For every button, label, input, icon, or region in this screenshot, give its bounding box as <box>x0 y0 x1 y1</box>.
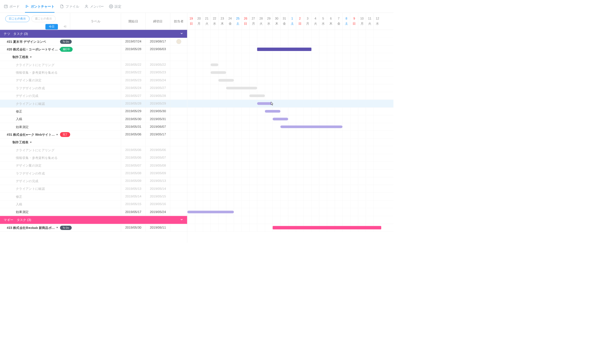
start-date: 2019/05/13 <box>121 185 146 193</box>
start-date: 2019/05/08 <box>121 169 146 177</box>
subtask-row[interactable]: 効果測定2019/05/172019/05/24 <box>0 208 187 216</box>
tab-files[interactable]: ファイル <box>60 4 79 8</box>
tab-gantt-label: ガントチャート <box>31 4 54 8</box>
gantt-bar[interactable] <box>273 118 288 120</box>
task-name: #21 夏末市 デザインコンペ <box>0 39 61 44</box>
subtask-row[interactable]: 入稿2019/05/152019/05/16 <box>0 201 187 208</box>
subtask-row[interactable]: ラフデザインの作成2019/05/242019/05/27 <box>0 84 187 92</box>
subtask-row[interactable]: 修正2019/05/292019/05/30 <box>0 108 187 115</box>
day-column: 8土 <box>342 13 350 29</box>
gantt-bar[interactable] <box>218 79 234 82</box>
assignee-cell <box>170 146 187 154</box>
day-number: 5 <box>322 17 324 20</box>
subtask-row[interactable]: ラフデザインの作成2019/05/082019/05/09 <box>0 169 187 177</box>
start-date: 2019/05/07 <box>121 162 146 169</box>
assignee-cell <box>170 115 187 123</box>
gantt-row <box>187 69 393 76</box>
subtask-row[interactable]: デザインの完成2019/05/272019/05/28 <box>0 92 187 100</box>
start-date <box>121 139 146 146</box>
day-weekday: 金 <box>337 22 340 26</box>
subtask-row[interactable]: クライアントにヒアリング2019/05/062019/05/06 <box>0 146 187 154</box>
start-date: 2019/05/06 <box>121 154 146 162</box>
weekly-view-button[interactable]: 週ごとの表示 <box>31 16 56 22</box>
due-date: 2019/05/22 <box>146 61 170 69</box>
caret-down-icon[interactable]: ▼ <box>30 141 32 144</box>
day-number: 25 <box>236 17 239 20</box>
subtask-row[interactable]: 効果測定2019/05/312019/06/07 <box>0 123 187 131</box>
task-row[interactable]: #21 夏末市 デザインコンペTo Do2019/07/242019/08/17 <box>0 38 187 45</box>
collapse-sidebar-icon[interactable] <box>63 25 66 29</box>
subtask-row[interactable]: デザイン案の決定2019/05/232019/05/24 <box>0 76 187 84</box>
due-date: 2019/06/11 <box>146 224 170 231</box>
subtask-row[interactable]: 入稿2019/05/302019/05/31 <box>0 115 187 123</box>
day-weekday: 土 <box>236 22 239 26</box>
due-date: 2019/05/16 <box>146 201 170 208</box>
gantt-bar[interactable] <box>210 71 226 74</box>
due-date: 2019/05/24 <box>146 76 170 84</box>
group-header[interactable]: マギー タスク (3) <box>0 216 187 224</box>
header-label: ラベル <box>91 19 100 23</box>
day-weekday: 月 <box>306 22 309 26</box>
task-row[interactable]: #20 株式会社○ コーポレートサイ…▼進行中2019/05/282019/06… <box>0 46 187 53</box>
group-header[interactable]: テツ タスク (3) <box>0 30 187 38</box>
task-row[interactable]: #31 株式会社●ーク Webサイト…▼完了2019/05/062019/05/… <box>0 131 187 139</box>
tab-settings[interactable]: 設定 <box>109 4 121 8</box>
caret-down-icon[interactable]: ▼ <box>56 226 58 229</box>
tab-gantt[interactable]: ガントチャート <box>25 4 54 12</box>
gantt-bar[interactable] <box>187 211 234 213</box>
tab-members-label: メンバー <box>90 4 104 8</box>
today-button[interactable]: 今日 <box>45 24 58 29</box>
gantt-bar[interactable] <box>249 95 265 97</box>
subtask-row[interactable]: クライアントにヒアリング2019/05/222019/05/22 <box>0 61 187 69</box>
gantt-row <box>187 115 393 123</box>
day-weekday: 木 <box>329 22 332 26</box>
subtask-row[interactable]: クライアントに確認2019/05/282019/05/29 <box>0 100 187 107</box>
start-date: 2019/05/06 <box>121 131 146 139</box>
assignee-cell <box>170 224 187 231</box>
day-weekday: 日 <box>244 22 247 26</box>
daily-view-button[interactable]: 日ごとの表示 <box>5 16 30 22</box>
task-name: #20 株式会社○ コーポレートサイ…▼ <box>0 47 61 51</box>
gantt-row <box>187 201 393 208</box>
gantt-bar[interactable] <box>257 102 273 105</box>
gantt-bar[interactable] <box>265 110 281 112</box>
caret-down-icon[interactable]: ▼ <box>56 133 58 136</box>
gantt-row <box>187 177 393 185</box>
gantt-bar[interactable] <box>273 226 381 229</box>
start-date <box>121 53 146 61</box>
tab-members[interactable]: メンバー <box>84 4 104 8</box>
day-column: 7金 <box>335 13 342 29</box>
caret-down-icon[interactable]: ▼ <box>30 56 32 58</box>
subtask-header[interactable]: 制作工程表▼ <box>0 53 187 61</box>
subtask-row[interactable]: 修正2019/05/142019/05/15 <box>0 193 187 200</box>
subtask-row[interactable]: デザインの完成2019/05/092019/05/13 <box>0 177 187 185</box>
start-date: 2019/05/06 <box>121 146 146 154</box>
due-date: 2019/05/08 <box>146 162 170 169</box>
day-weekday: 月 <box>361 22 364 26</box>
subtask-row[interactable]: 情報収集・参考資料を集める2019/05/222019/05/23 <box>0 69 187 76</box>
day-number: 10 <box>360 17 364 20</box>
gantt-bar[interactable] <box>257 48 311 51</box>
subtask-header[interactable]: 制作工程表▼ <box>0 139 187 146</box>
assignee-cell <box>170 61 187 69</box>
task-row[interactable]: #23 株式会社B●obab 新商品ポ…▼To Do2019/05/302019… <box>0 224 187 231</box>
subtask-row[interactable]: クライアントに確認2019/05/132019/05/14 <box>0 185 187 193</box>
day-column: 29水 <box>265 13 273 29</box>
gantt-bar[interactable] <box>210 63 218 66</box>
gantt-bar[interactable] <box>226 87 257 89</box>
avatar[interactable] <box>176 39 181 44</box>
day-number: 20 <box>197 17 201 20</box>
task-name: クライアントに確認 <box>0 187 61 191</box>
day-number: 28 <box>260 17 263 20</box>
start-date: 2019/07/24 <box>121 38 146 45</box>
assignee-cell <box>170 38 187 45</box>
due-date <box>146 139 170 146</box>
assignee-cell <box>170 201 187 208</box>
settings-icon <box>109 4 113 8</box>
gantt-bar[interactable] <box>280 125 342 128</box>
assignee-cell <box>170 69 187 76</box>
subtask-row[interactable]: 情報収集・参考資料を集める2019/05/062019/05/07 <box>0 154 187 162</box>
tab-board[interactable]: ボード <box>4 4 20 8</box>
subtask-row[interactable]: デザイン案の決定2019/05/072019/05/08 <box>0 162 187 169</box>
gantt-row <box>187 61 393 69</box>
